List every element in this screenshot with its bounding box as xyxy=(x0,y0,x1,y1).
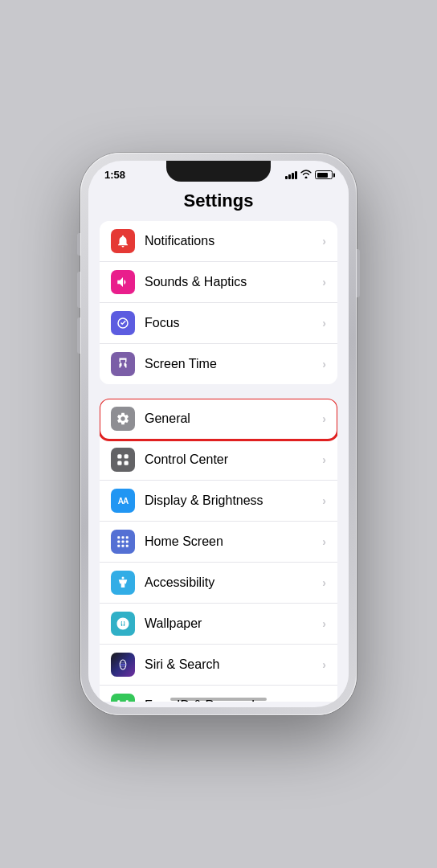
notifications-label: Notifications xyxy=(145,234,322,248)
battery-fill xyxy=(317,173,329,178)
status-icons xyxy=(285,170,333,180)
signal-bar-2 xyxy=(288,174,291,179)
power-button[interactable] xyxy=(357,249,360,297)
settings-row-display[interactable]: AA Display & Brightness › xyxy=(100,481,337,522)
svg-rect-9 xyxy=(126,541,129,543)
settings-row-wallpaper[interactable]: Wallpaper › xyxy=(100,604,337,645)
notch xyxy=(166,161,271,182)
siri-label: Siri & Search xyxy=(145,657,322,672)
phone-frame: 1:58 xyxy=(80,153,357,715)
settings-row-general[interactable]: General › xyxy=(100,399,337,440)
homescreen-icon xyxy=(111,530,135,554)
settings-row-controlcenter[interactable]: Control Center › xyxy=(100,440,337,481)
signal-bar-1 xyxy=(285,176,288,179)
focus-label: Focus xyxy=(145,316,322,330)
svg-rect-0 xyxy=(117,454,121,458)
settings-row-notifications[interactable]: Notifications › xyxy=(100,221,337,262)
wallpaper-chevron: › xyxy=(322,617,326,630)
siri-icon xyxy=(111,653,135,677)
accessibility-icon xyxy=(111,571,135,595)
focus-icon xyxy=(111,311,135,335)
general-chevron: › xyxy=(322,412,326,425)
signal-icon xyxy=(285,171,297,179)
screen-content[interactable]: Settings Notifications › xyxy=(88,184,349,702)
svg-rect-12 xyxy=(126,545,129,547)
settings-group-1: Notifications › Sounds & Haptics › xyxy=(100,221,337,384)
volume-down-button[interactable] xyxy=(77,317,80,354)
svg-rect-5 xyxy=(122,536,125,538)
settings-row-homescreen[interactable]: Home Screen › xyxy=(100,522,337,563)
screentime-chevron: › xyxy=(322,358,326,371)
battery-icon xyxy=(315,170,333,179)
screentime-icon xyxy=(111,352,135,376)
svg-rect-11 xyxy=(122,545,125,547)
sounds-label: Sounds & Haptics xyxy=(145,275,322,289)
notifications-chevron: › xyxy=(322,235,326,248)
controlcenter-chevron: › xyxy=(322,453,326,466)
controlcenter-label: Control Center xyxy=(145,452,322,467)
svg-rect-6 xyxy=(126,536,129,538)
wallpaper-label: Wallpaper xyxy=(145,616,322,631)
svg-rect-1 xyxy=(125,454,129,458)
sounds-icon xyxy=(111,270,135,294)
svg-rect-3 xyxy=(125,461,129,465)
homescreen-chevron: › xyxy=(322,535,326,548)
siri-chevron: › xyxy=(322,658,326,671)
svg-rect-8 xyxy=(122,541,125,543)
general-icon xyxy=(111,407,135,431)
svg-rect-17 xyxy=(126,700,129,702)
phone-screen: 1:58 xyxy=(88,161,349,707)
faceid-chevron: › xyxy=(322,699,326,702)
settings-row-sounds[interactable]: Sounds & Haptics › xyxy=(100,262,337,303)
accessibility-label: Accessibility xyxy=(145,575,322,590)
signal-bar-4 xyxy=(295,171,297,179)
svg-rect-7 xyxy=(117,541,120,543)
page-title: Settings xyxy=(88,184,349,221)
focus-chevron: › xyxy=(322,317,326,330)
screentime-label: Screen Time xyxy=(145,357,322,371)
wallpaper-icon xyxy=(111,612,135,636)
settings-group-2: General › Control Center › xyxy=(100,399,337,702)
settings-row-screentime[interactable]: Screen Time › xyxy=(100,344,337,384)
svg-rect-2 xyxy=(117,461,121,465)
controlcenter-icon xyxy=(111,448,135,472)
display-chevron: › xyxy=(322,494,326,507)
accessibility-chevron: › xyxy=(322,576,326,589)
faceid-icon xyxy=(111,694,135,702)
wifi-icon xyxy=(300,170,312,180)
settings-row-accessibility[interactable]: Accessibility › xyxy=(100,563,337,604)
general-label: General xyxy=(145,411,322,426)
svg-rect-4 xyxy=(117,536,120,538)
notifications-icon xyxy=(111,229,135,253)
display-label: Display & Brightness xyxy=(145,493,322,508)
sounds-chevron: › xyxy=(322,276,326,289)
homescreen-label: Home Screen xyxy=(145,534,322,549)
svg-point-13 xyxy=(122,577,125,579)
home-bar[interactable] xyxy=(170,698,267,701)
volume-up-button[interactable] xyxy=(77,272,80,308)
svg-rect-16 xyxy=(117,700,120,702)
signal-bar-3 xyxy=(292,173,294,179)
mute-button[interactable] xyxy=(77,233,80,256)
display-icon: AA xyxy=(111,489,135,513)
svg-rect-10 xyxy=(117,545,120,547)
status-time: 1:58 xyxy=(104,169,125,181)
settings-row-focus[interactable]: Focus › xyxy=(100,303,337,344)
settings-row-siri[interactable]: Siri & Search › xyxy=(100,645,337,686)
